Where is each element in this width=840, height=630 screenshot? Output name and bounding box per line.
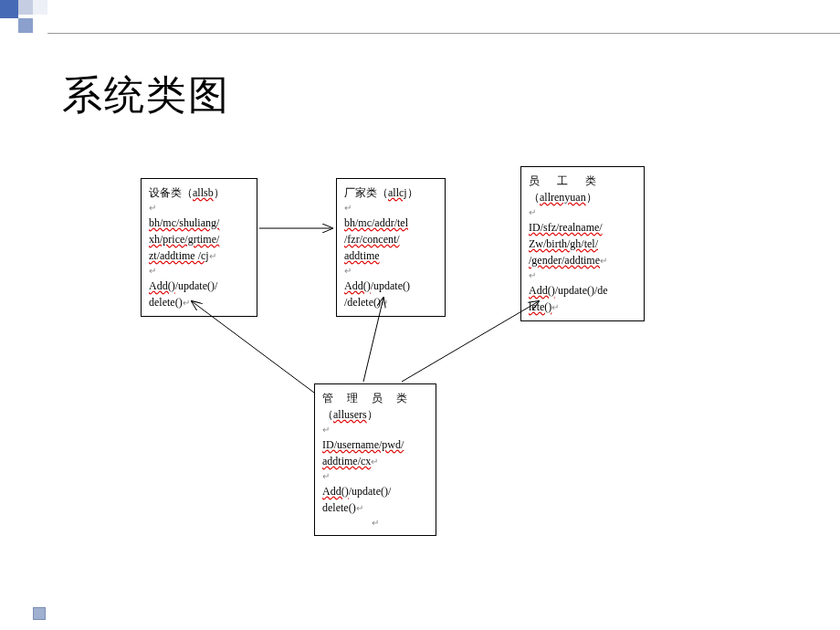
class-identifier: allrenyuan bbox=[540, 191, 586, 204]
attributes: ID/sfz/realname/ bbox=[529, 221, 603, 234]
method: /update()/ bbox=[175, 279, 218, 292]
methods-line: Add()/update()/de bbox=[529, 282, 636, 299]
methods-line: /delete()↵ bbox=[344, 294, 437, 310]
attributes: /gender/addtime bbox=[529, 254, 600, 267]
paragraph-mark: ↵ bbox=[149, 264, 249, 278]
paragraph-mark: ↵ bbox=[322, 469, 428, 483]
label: 厂家类（ bbox=[344, 186, 388, 199]
paragraph-mark: ↵ bbox=[149, 201, 249, 215]
method: Add() bbox=[149, 279, 175, 292]
method: Add() bbox=[322, 485, 349, 498]
paragraph-mark: ↵ bbox=[344, 264, 437, 278]
divider-line bbox=[47, 33, 840, 34]
attrs-line: addtime bbox=[344, 247, 437, 264]
deco-square bbox=[0, 0, 18, 18]
class-box-device: 设备类（allsb） ↵ bh/mc/shuliang/ xh/price/gr… bbox=[141, 178, 257, 317]
slide-bullet-icon bbox=[33, 607, 46, 620]
class-name-line2: （allusers） bbox=[322, 406, 428, 423]
paragraph-mark: ↵ bbox=[344, 201, 437, 215]
paragraph-mark: ↵ bbox=[529, 268, 636, 282]
attributes: bh/mc/shuliang/ bbox=[149, 216, 219, 229]
method: /update()/de bbox=[555, 284, 608, 297]
page-title: 系统类图 bbox=[62, 68, 230, 122]
class-name: 管 理 员 类 bbox=[322, 390, 428, 406]
label: ） bbox=[586, 191, 597, 204]
methods-line: delete()↵ bbox=[149, 294, 249, 310]
method: /update() bbox=[371, 279, 410, 292]
attributes: /fzr/concent/ bbox=[344, 233, 400, 246]
method: Add() bbox=[529, 284, 555, 297]
label: 设备类（ bbox=[149, 186, 193, 199]
method: delete() bbox=[149, 296, 183, 309]
attrs-line: ID/sfz/realname/ bbox=[529, 219, 636, 236]
method: delete() bbox=[322, 501, 356, 514]
deco-square bbox=[18, 0, 33, 15]
slide-corner-decoration bbox=[0, 0, 55, 33]
paragraph-mark: ↵ bbox=[322, 516, 428, 530]
class-box-factory: 厂家类（allcj） ↵ bh/mc/addr/tel /fzr/concent… bbox=[336, 178, 446, 317]
deco-square bbox=[18, 18, 33, 33]
attrs-line: xh/price/grtime/ bbox=[149, 231, 249, 247]
method: lete() bbox=[529, 300, 551, 313]
label: ） bbox=[407, 186, 418, 199]
class-identifier: allcj bbox=[388, 186, 407, 199]
attrs-line: bh/mc/shuliang/ bbox=[149, 215, 249, 231]
label: （ bbox=[322, 408, 333, 421]
class-identifier: allsb bbox=[193, 186, 214, 199]
attrs-line: Zw/birth/gh/tel/ bbox=[529, 236, 636, 252]
class-name: 员 工 类 bbox=[529, 173, 636, 189]
attributes: bh/mc/addr/tel bbox=[344, 216, 408, 229]
class-box-employee: 员 工 类 （allrenyuan） ↵ ID/sfz/realname/ Zw… bbox=[520, 166, 645, 321]
attrs-line: zt/addtime /cj↵ bbox=[149, 247, 249, 264]
class-name: 厂家类（allcj） bbox=[344, 184, 437, 201]
label: （ bbox=[529, 191, 540, 204]
attrs-line: /fzr/concent/ bbox=[344, 231, 437, 247]
attributes: xh/price/grtime/ bbox=[149, 233, 219, 246]
attrs-line: /gender/addtime↵ bbox=[529, 252, 636, 268]
methods-line: Add()/update()/ bbox=[322, 483, 428, 499]
attributes: ID/username/pwd/ bbox=[322, 438, 404, 451]
method: /update()/ bbox=[349, 485, 392, 498]
attrs-line: ID/username/pwd/ bbox=[322, 436, 428, 453]
label: 管 理 员 类 bbox=[322, 392, 413, 404]
class-identifier: allusers bbox=[333, 408, 367, 421]
attrs-line: bh/mc/addr/tel bbox=[344, 215, 437, 231]
methods-line: Add()/update()/ bbox=[149, 278, 249, 294]
methods-line: lete()↵ bbox=[529, 299, 636, 315]
label: ） bbox=[367, 408, 378, 421]
attributes: addtime bbox=[344, 249, 380, 262]
attributes: Zw/birth/gh/tel/ bbox=[529, 237, 598, 250]
method: /delete() bbox=[344, 296, 381, 309]
paragraph-mark: ↵ bbox=[529, 205, 636, 219]
label: 员 工 类 bbox=[529, 174, 604, 187]
class-box-admin: 管 理 员 类 （allusers） ↵ ID/username/pwd/ ad… bbox=[314, 383, 436, 536]
attributes: zt/addtime /cj bbox=[149, 249, 209, 262]
paragraph-mark: ↵ bbox=[322, 423, 428, 436]
class-name: 设备类（allsb） bbox=[149, 184, 249, 201]
methods-line: delete()↵ bbox=[322, 499, 428, 516]
deco-square bbox=[33, 0, 47, 15]
attributes: addtime/cx bbox=[322, 455, 371, 467]
methods-line: Add()/update() bbox=[344, 278, 437, 294]
attrs-line: addtime/cx↵ bbox=[322, 453, 428, 469]
class-name-line2: （allrenyuan） bbox=[529, 189, 636, 205]
label: ） bbox=[214, 186, 225, 199]
method: Add() bbox=[344, 279, 371, 292]
